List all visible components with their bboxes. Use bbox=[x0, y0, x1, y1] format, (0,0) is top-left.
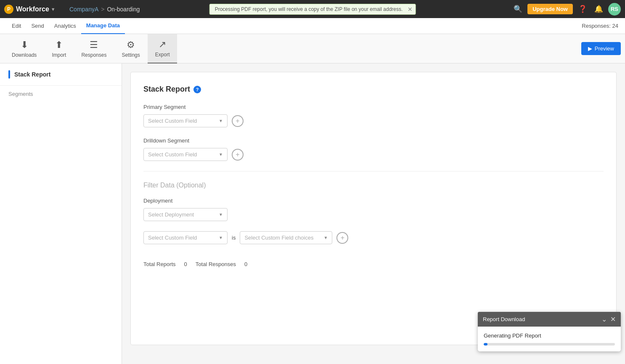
help-icon-button[interactable]: ❓ bbox=[576, 3, 589, 16]
app-dropdown-arrow[interactable]: ▼ bbox=[51, 7, 56, 12]
notification-text: Processing PDF report, you will receive … bbox=[215, 6, 403, 12]
filter-choices-arrow-icon: ▼ bbox=[323, 235, 328, 240]
toolbar-responses[interactable]: ☰ Responses bbox=[74, 34, 114, 63]
filter-choices-placeholder: Select Custom Field choices bbox=[244, 235, 313, 241]
toolbar-import[interactable]: ⬆ Import bbox=[44, 34, 74, 63]
avatar[interactable]: RS bbox=[608, 3, 621, 16]
report-download-body: Generating PDF Report bbox=[478, 327, 621, 351]
report-download-controls: ⌄ ✕ bbox=[601, 315, 616, 323]
breadcrumb-separator: > bbox=[101, 6, 104, 13]
sidebar-header: Stack Report bbox=[0, 63, 122, 86]
sidebar: Stack Report Segments bbox=[0, 63, 122, 364]
filter-add-icon[interactable]: + bbox=[336, 232, 348, 244]
filter-field-dropdown[interactable]: Select Custom Field ▼ bbox=[143, 231, 228, 244]
primary-segment-row: Select Custom Field ▼ + bbox=[143, 114, 604, 127]
primary-segment-placeholder: Select Custom Field bbox=[148, 118, 197, 124]
filter-field-row: Select Custom Field ▼ is Select Custom F… bbox=[143, 231, 604, 244]
report-download-header: Report Download ⌄ ✕ bbox=[478, 312, 621, 327]
primary-segment-arrow-icon: ▼ bbox=[219, 119, 223, 123]
progress-bar bbox=[484, 343, 615, 346]
report-download-title: Report Download bbox=[483, 316, 525, 322]
drilldown-segment-dropdown[interactable]: Select Custom Field ▼ bbox=[143, 148, 228, 161]
report-download-close-icon[interactable]: ✕ bbox=[610, 315, 616, 323]
nav-item-send[interactable]: Send bbox=[26, 18, 49, 34]
filter-field-placeholder: Select Custom Field bbox=[148, 235, 197, 241]
total-reports-value: 0 bbox=[184, 261, 187, 267]
search-icon-button[interactable]: 🔍 bbox=[511, 3, 524, 16]
drilldown-segment-placeholder: Select Custom Field bbox=[148, 151, 197, 158]
upgrade-now-button[interactable]: Upgrade Now bbox=[527, 4, 573, 14]
notification-close-button[interactable]: ✕ bbox=[408, 6, 413, 13]
filter-is-text: is bbox=[232, 235, 236, 241]
toolbar-export-label: Export bbox=[155, 52, 170, 58]
deployment-placeholder: Select Deployment bbox=[148, 211, 194, 218]
report-download-panel: Report Download ⌄ ✕ Generating PDF Repor… bbox=[478, 312, 621, 351]
card-title-area: Stack Report ? bbox=[143, 85, 604, 94]
primary-segment-section: Primary Segment Select Custom Field ▼ + bbox=[143, 104, 604, 127]
toolbar-import-label: Import bbox=[52, 52, 66, 58]
second-nav: Edit Send Analytics Manage Data Response… bbox=[0, 18, 625, 34]
toolbar-responses-label: Responses bbox=[81, 52, 106, 58]
primary-segment-label: Primary Segment bbox=[143, 104, 604, 110]
breadcrumb-page: On-boarding bbox=[107, 6, 140, 13]
total-responses-value: 0 bbox=[244, 261, 247, 267]
import-icon: ⬆ bbox=[55, 40, 63, 50]
total-reports-label: Total Reports bbox=[143, 261, 176, 267]
logo-area[interactable]: P Workforce ▼ bbox=[4, 5, 69, 14]
notifications-icon-button[interactable]: 🔔 bbox=[592, 3, 605, 16]
progress-bar-fill bbox=[484, 343, 487, 346]
deployment-section: Deployment Select Deployment ▼ bbox=[143, 198, 604, 221]
toolbar-settings[interactable]: ⚙ Settings bbox=[114, 34, 147, 63]
card-title-text: Stack Report bbox=[143, 85, 190, 94]
breadcrumb-company[interactable]: CompanyA bbox=[69, 6, 98, 13]
primary-segment-dropdown[interactable]: Select Custom Field ▼ bbox=[143, 114, 228, 127]
toolbar-downloads-label: Downloads bbox=[12, 52, 37, 58]
top-bar-right: 🔍 Upgrade Now ❓ 🔔 RS bbox=[511, 3, 621, 16]
toolbar-right: ▶ Preview bbox=[581, 42, 621, 55]
notification-banner: Processing PDF report, you will receive … bbox=[209, 4, 416, 15]
responses-icon: ☰ bbox=[90, 40, 98, 50]
preview-button[interactable]: ▶ Preview bbox=[581, 42, 621, 55]
toolbar-settings-label: Settings bbox=[122, 52, 140, 58]
responses-count: Responses: 24 bbox=[582, 23, 618, 29]
nav-item-analytics[interactable]: Analytics bbox=[49, 18, 81, 34]
deployment-dropdown[interactable]: Select Deployment ▼ bbox=[143, 208, 228, 221]
preview-icon: ▶ bbox=[588, 45, 592, 52]
blue-bar bbox=[8, 70, 10, 79]
filter-title: Filter Data (Optional) bbox=[143, 182, 604, 189]
toolbar-downloads[interactable]: ⬇ Downloads bbox=[4, 34, 44, 63]
drilldown-segment-row: Select Custom Field ▼ + bbox=[143, 148, 604, 161]
drilldown-segment-arrow-icon: ▼ bbox=[219, 152, 223, 157]
preview-label: Preview bbox=[595, 45, 614, 52]
deployment-row: Select Deployment ▼ bbox=[143, 208, 604, 221]
sidebar-title: Stack Report bbox=[14, 71, 50, 78]
nav-item-edit[interactable]: Edit bbox=[7, 18, 26, 34]
deployment-label: Deployment bbox=[143, 198, 604, 204]
primary-segment-add-icon[interactable]: + bbox=[232, 115, 244, 127]
settings-icon: ⚙ bbox=[127, 40, 135, 50]
report-download-minimize-icon[interactable]: ⌄ bbox=[601, 315, 607, 323]
stack-report-card: Stack Report ? Primary Segment Select Cu… bbox=[130, 72, 617, 345]
downloads-icon: ⬇ bbox=[21, 40, 28, 50]
sidebar-item-segments[interactable]: Segments bbox=[0, 86, 122, 102]
export-icon: ↗ bbox=[159, 39, 166, 50]
filter-choices-dropdown[interactable]: Select Custom Field choices ▼ bbox=[240, 231, 332, 244]
toolbar: ⬇ Downloads ⬆ Import ☰ Responses ⚙ Setti… bbox=[0, 34, 625, 63]
divider bbox=[143, 171, 604, 171]
drilldown-segment-add-icon[interactable]: + bbox=[232, 149, 244, 161]
generating-text: Generating PDF Report bbox=[484, 332, 615, 339]
nav-item-manage-data[interactable]: Manage Data bbox=[81, 18, 125, 34]
drilldown-segment-section: Drilldown Segment Select Custom Field ▼ … bbox=[143, 137, 604, 161]
deployment-arrow-icon: ▼ bbox=[219, 212, 223, 217]
app-name: Workforce bbox=[16, 5, 49, 13]
total-responses-label: Total Responses bbox=[196, 261, 236, 267]
top-bar: P Workforce ▼ CompanyA > On-boarding Pro… bbox=[0, 0, 625, 18]
help-circle-icon[interactable]: ? bbox=[193, 86, 201, 93]
drilldown-segment-label: Drilldown Segment bbox=[143, 137, 604, 144]
toolbar-export[interactable]: ↗ Export bbox=[148, 34, 177, 63]
logo-icon: P bbox=[4, 5, 13, 14]
totals-row: Total Reports 0 Total Responses 0 bbox=[143, 261, 604, 267]
filter-field-arrow-icon: ▼ bbox=[219, 235, 223, 240]
